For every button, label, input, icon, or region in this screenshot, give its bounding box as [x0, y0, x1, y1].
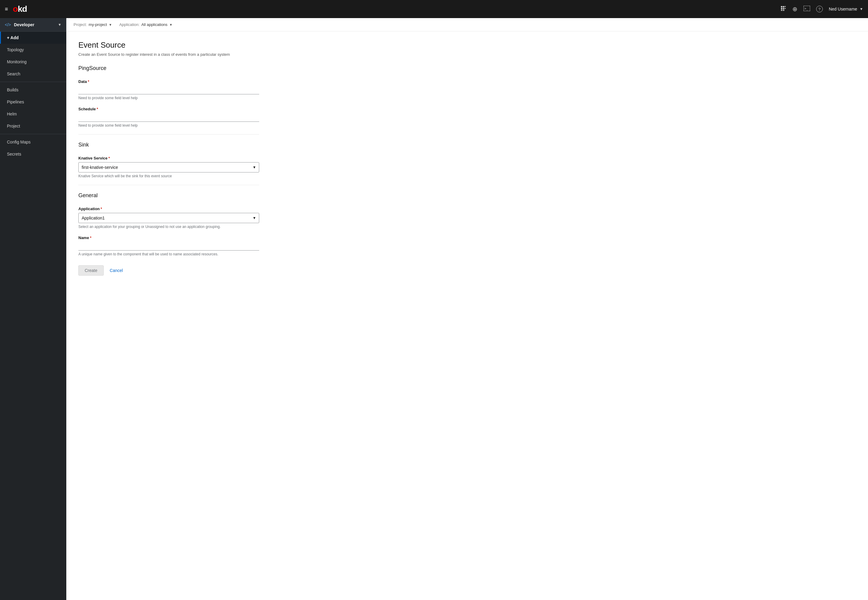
sidebar-item-helm[interactable]: Helm	[0, 108, 66, 120]
sidebar-item-add[interactable]: + Add	[0, 32, 66, 44]
sidebar-divider-1	[0, 82, 66, 82]
logo-text: okd	[13, 4, 27, 14]
sidebar-item-config-maps[interactable]: Config Maps	[0, 136, 66, 148]
application-selector[interactable]: Application: All applications ▼	[119, 22, 173, 27]
sidebar-item-topology[interactable]: Topology	[0, 44, 66, 56]
application-dropdown-arrow: ▼	[169, 23, 173, 27]
project-dropdown-arrow: ▼	[109, 23, 112, 27]
schedule-hint: Need to provide some field level help	[79, 123, 295, 127]
sidebar: </> Developer ▼ + Add Topology Monitorin…	[0, 18, 66, 600]
schedule-input[interactable]	[79, 113, 259, 122]
data-required: *	[88, 80, 89, 84]
application-hint: Select an application for your grouping …	[79, 224, 295, 229]
application-select[interactable]: Application1	[79, 213, 259, 223]
knative-service-select[interactable]: first-knative-service	[79, 162, 259, 173]
knative-service-required: *	[109, 156, 110, 161]
app-body: </> Developer ▼ + Add Topology Monitorin…	[0, 18, 868, 600]
sidebar-divider-2	[0, 134, 66, 134]
create-button[interactable]: Create	[79, 265, 104, 276]
knative-service-hint: Knative Service which will be the sink f…	[79, 174, 295, 178]
data-label: Data *	[79, 79, 295, 84]
name-label: Name *	[79, 235, 295, 240]
svg-rect-6	[781, 10, 782, 11]
application-bar-value: All applications	[141, 22, 168, 27]
context-switcher[interactable]: </> Developer ▼	[0, 18, 66, 32]
knative-service-select-wrapper: first-knative-service ▼	[79, 162, 259, 173]
svg-rect-2	[785, 6, 786, 7]
svg-rect-0	[781, 6, 782, 8]
name-hint: A unique name given to the component tha…	[79, 252, 295, 256]
application-field-group: Application * Application1 ▼ Select an a…	[79, 206, 295, 229]
data-field-group: Data * Need to provide some field level …	[79, 79, 295, 100]
user-dropdown-arrow: ▼	[860, 7, 863, 11]
svg-rect-1	[783, 6, 784, 8]
page-title: Event Source	[79, 40, 295, 50]
project-selector[interactable]: Project: my-project ▼	[74, 22, 112, 27]
topnav-icon-group: ⊕ >_ ?	[780, 5, 823, 13]
application-bar-label: Application:	[119, 22, 139, 27]
logo-o: o	[13, 4, 18, 14]
application-field-label: Application *	[79, 206, 295, 211]
sidebar-item-secrets[interactable]: Secrets	[0, 148, 66, 160]
data-hint: Need to provide some field level help	[79, 96, 295, 100]
svg-rect-3	[781, 8, 782, 9]
sidebar-item-pipelines[interactable]: Pipelines	[0, 96, 66, 108]
knative-service-field-group: Knative Service * first-knative-service …	[79, 156, 295, 178]
svg-text:>_: >_	[804, 7, 808, 11]
top-navigation: ≡ okd ⊕ >_ ? Ned Username ▼	[0, 0, 868, 18]
user-menu[interactable]: Ned Username ▼	[829, 7, 863, 11]
sidebar-item-search[interactable]: Search	[0, 68, 66, 80]
cancel-button[interactable]: Cancel	[109, 266, 124, 275]
plus-circle-icon[interactable]: ⊕	[792, 5, 797, 13]
developer-icon: </>	[5, 22, 11, 27]
sidebar-item-monitoring[interactable]: Monitoring	[0, 56, 66, 68]
terminal-icon[interactable]: >_	[803, 6, 810, 12]
form-buttons: Create Cancel	[79, 265, 295, 276]
main-content: Project: my-project ▼ Application: All a…	[66, 18, 868, 600]
schedule-label: Schedule *	[79, 107, 295, 111]
page-subtitle: Create an Event Source to register inter…	[79, 52, 295, 57]
project-value: my-project	[89, 22, 107, 27]
schedule-required: *	[97, 107, 98, 111]
svg-rect-7	[783, 10, 784, 11]
logo-kd: kd	[18, 4, 27, 14]
general-section-title: General	[79, 192, 295, 201]
data-input[interactable]	[79, 86, 259, 94]
application-select-wrapper: Application1 ▼	[79, 213, 259, 223]
sidebar-nav: + Add Topology Monitoring Search Builds …	[0, 32, 66, 160]
project-bar: Project: my-project ▼ Application: All a…	[66, 18, 868, 31]
context-arrow: ▼	[58, 23, 62, 27]
context-label: Developer	[14, 22, 58, 27]
sidebar-item-project[interactable]: Project	[0, 120, 66, 132]
project-label: Project:	[74, 22, 87, 27]
name-required: *	[90, 236, 91, 240]
form-area: Event Source Create an Event Source to r…	[66, 31, 307, 285]
svg-rect-4	[783, 8, 784, 9]
svg-rect-5	[785, 8, 786, 9]
app-logo: okd	[13, 4, 27, 14]
username-label: Ned Username	[829, 7, 857, 11]
hamburger-menu[interactable]: ≡	[5, 6, 8, 12]
application-required: *	[101, 207, 102, 211]
sidebar-item-builds[interactable]: Builds	[0, 84, 66, 96]
name-input[interactable]	[79, 242, 259, 250]
name-field-group: Name * A unique name given to the compon…	[79, 235, 295, 256]
pingsource-section-title: PingSource	[79, 65, 295, 74]
grid-icon[interactable]	[780, 5, 786, 13]
sink-divider	[79, 134, 259, 135]
help-icon[interactable]: ?	[816, 6, 823, 12]
schedule-field-group: Schedule * Need to provide some field le…	[79, 107, 295, 127]
knative-service-label: Knative Service *	[79, 156, 295, 161]
sink-section-title: Sink	[79, 142, 295, 150]
